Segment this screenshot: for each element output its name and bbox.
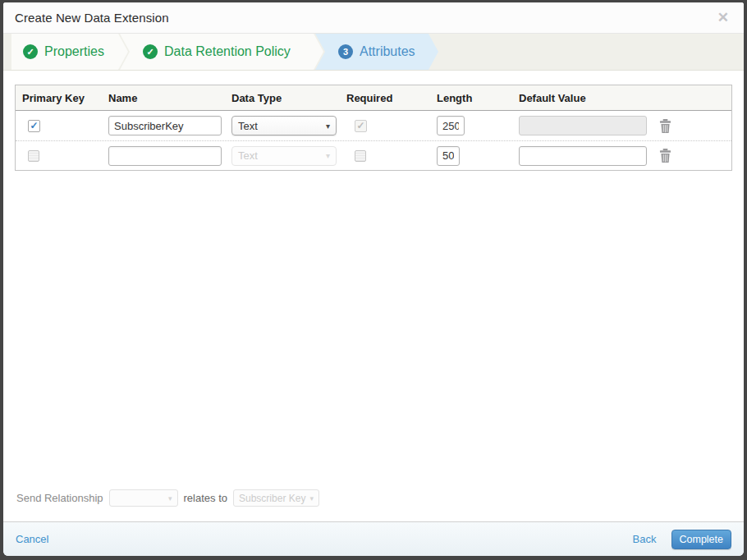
chevron-down-icon: ▾ xyxy=(326,122,330,131)
table-row: Text ▾ xyxy=(16,140,731,170)
close-button[interactable]: ✕ xyxy=(714,9,732,26)
check-icon: ✓ xyxy=(30,120,38,131)
required-checkbox[interactable] xyxy=(355,150,366,162)
data-type-select: Text ▾ xyxy=(231,146,337,166)
cancel-link[interactable]: Cancel xyxy=(16,533,48,545)
step-label: Data Retention Policy xyxy=(164,44,291,59)
dialog-content: Primary Key Name Data Type Required Leng… xyxy=(3,71,744,521)
create-data-extension-dialog: Create New Data Extension ✕ ✓ Properties… xyxy=(3,2,744,556)
chevron-down-icon: ▾ xyxy=(326,151,330,160)
table-row: ✓ Text ▾ ✓ xyxy=(16,111,731,140)
check-icon: ✓ xyxy=(356,120,364,131)
header-name: Name xyxy=(102,92,225,104)
check-icon: ✓ xyxy=(146,48,154,57)
required-checkbox: ✓ xyxy=(355,120,367,132)
send-relationship-field-select: ▾ xyxy=(109,489,178,507)
step-complete-check-icon: ✓ xyxy=(23,44,38,59)
attributes-table: Primary Key Name Data Type Required Leng… xyxy=(15,85,732,171)
header-data-type: Data Type xyxy=(225,92,340,104)
chevron-down-icon: ▾ xyxy=(168,494,172,503)
primary-key-checkbox[interactable]: ✓ xyxy=(28,120,40,132)
complete-button[interactable]: Complete xyxy=(671,530,732,549)
subscriber-key-value: Subscriber Key xyxy=(239,493,305,504)
length-input[interactable] xyxy=(437,146,460,166)
trash-icon xyxy=(659,149,671,163)
trash-icon xyxy=(659,119,671,133)
default-value-input xyxy=(519,116,647,135)
header-default-value: Default Value xyxy=(512,92,646,104)
selected-data-type: Text xyxy=(238,149,258,162)
header-length: Length xyxy=(430,92,512,104)
back-link[interactable]: Back xyxy=(633,533,657,545)
chevron-down-icon: ▾ xyxy=(309,494,314,503)
step-number-badge: 3 xyxy=(338,44,353,59)
default-value-input[interactable] xyxy=(519,146,647,166)
wizard-step-properties[interactable]: ✓ Properties xyxy=(11,34,128,70)
check-icon: ✓ xyxy=(26,48,34,57)
step-complete-check-icon: ✓ xyxy=(143,44,158,59)
send-relationship-row: Send Relationship ▾ relates to Subscribe… xyxy=(3,489,744,521)
dialog-titlebar: Create New Data Extension ✕ xyxy=(3,2,744,34)
relates-to-label: relates to xyxy=(184,492,227,504)
header-primary-key: Primary Key xyxy=(16,92,102,104)
dialog-footer: Cancel Back Complete xyxy=(3,521,744,556)
selected-data-type: Text xyxy=(238,120,258,132)
step-label: Properties xyxy=(44,44,104,59)
wizard-steps-bar: ✓ Properties ✓ Data Retention Policy 3 A… xyxy=(3,34,744,71)
name-input[interactable] xyxy=(108,116,222,135)
wizard-step-attributes[interactable]: 3 Attributes xyxy=(315,34,438,70)
close-icon: ✕ xyxy=(717,10,729,25)
footer-actions: Back Complete xyxy=(633,530,731,549)
data-type-select[interactable]: Text ▾ xyxy=(231,116,337,135)
table-header-row: Primary Key Name Data Type Required Leng… xyxy=(16,85,731,111)
wizard-step-data-retention-policy[interactable]: ✓ Data Retention Policy xyxy=(120,34,323,70)
subscriber-key-select: Subscriber Key ▾ xyxy=(233,489,319,507)
step-label: Attributes xyxy=(360,44,415,59)
header-required: Required xyxy=(340,92,430,104)
length-input[interactable] xyxy=(437,116,465,135)
delete-row-button[interactable] xyxy=(659,119,671,133)
dialog-title: Create New Data Extension xyxy=(15,11,169,25)
name-input[interactable] xyxy=(108,146,222,166)
delete-row-button[interactable] xyxy=(659,149,671,163)
send-relationship-label: Send Relationship xyxy=(16,492,103,504)
content-spacer xyxy=(3,171,744,489)
primary-key-checkbox[interactable] xyxy=(28,150,39,162)
